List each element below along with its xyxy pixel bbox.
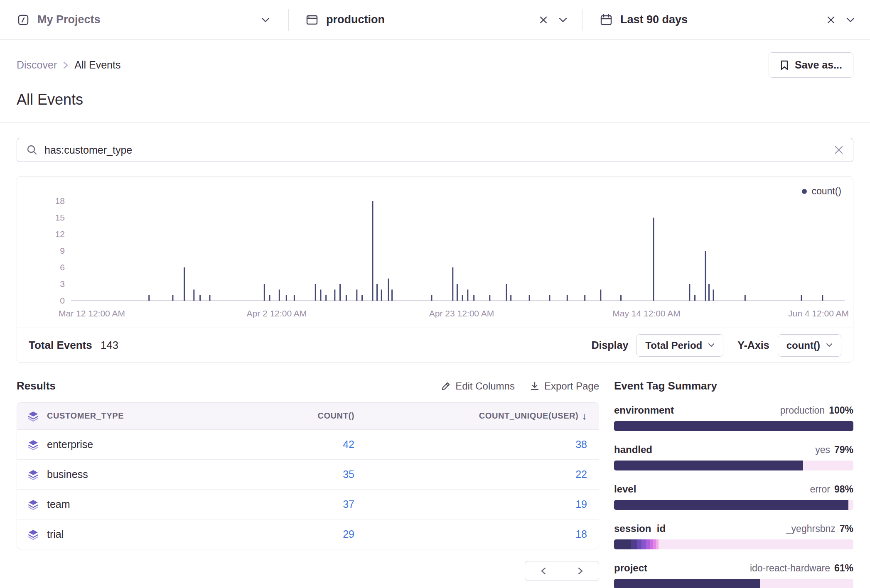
breadcrumb-discover[interactable]: Discover	[17, 59, 57, 71]
save-as-button[interactable]: Save as...	[769, 52, 853, 78]
count-unique-link[interactable]: 38	[575, 439, 587, 450]
customer-type-value: enterprise	[47, 439, 93, 451]
project-selector[interactable]: My Projects	[0, 0, 288, 39]
tag-block-session-id: session_id _yeghrsbnz7%	[614, 522, 853, 549]
display-dropdown[interactable]: Total Period	[637, 334, 723, 357]
svg-text:Mar 12 12:00 AM: Mar 12 12:00 AM	[59, 309, 125, 318]
events-chart-panel: count() 0369121518Mar 12 12:00 AMApr 2 1…	[17, 176, 853, 363]
export-page-button[interactable]: Export Page	[530, 380, 599, 392]
tag-summary-title: Event Tag Summary	[614, 380, 853, 392]
tag-top-pct: 98%	[834, 484, 853, 495]
daterange-selector[interactable]: Last 90 days	[583, 0, 870, 39]
tag-top-value: _yeghrsbnz	[786, 523, 836, 534]
tag-distribution-bar[interactable]	[614, 421, 853, 431]
tag-distribution-bar[interactable]	[614, 500, 853, 510]
table-row[interactable]: business 35 22	[17, 459, 599, 489]
chart-legend[interactable]: count()	[802, 186, 841, 197]
svg-text:May 14 12:00 AM: May 14 12:00 AM	[612, 309, 680, 318]
page-header: Discover All Events Save as... All Event…	[0, 40, 870, 123]
table-row[interactable]: trial 29 18	[17, 519, 599, 549]
svg-text:9: 9	[60, 246, 65, 255]
column-count[interactable]: COUNT()	[241, 411, 366, 421]
pagination-next-button[interactable]	[562, 561, 599, 581]
chevron-down-icon[interactable]	[846, 17, 855, 23]
tag-top-pct: 61%	[834, 563, 853, 573]
results-section: Results Edit Columns Export Page	[17, 380, 599, 581]
tag-name: environment	[614, 404, 674, 416]
bookmark-icon	[780, 60, 789, 71]
tag-name: project	[614, 562, 647, 574]
tag-block-environment: environment production100%	[614, 404, 853, 431]
event-tag-summary: Event Tag Summary environment production…	[614, 380, 853, 588]
calendar-icon	[600, 13, 613, 27]
tag-top-value: yes	[815, 444, 830, 455]
total-events-label: Total Events	[29, 339, 92, 352]
search-bar	[17, 138, 853, 162]
svg-text:Apr 2 12:00 AM: Apr 2 12:00 AM	[247, 309, 307, 318]
tag-name: handled	[614, 444, 652, 456]
chart-footer: Total Events 143 Display Total Period Y-…	[17, 328, 853, 363]
stack-icon	[28, 439, 39, 450]
svg-text:15: 15	[55, 213, 65, 222]
chevron-down-icon[interactable]	[558, 17, 568, 23]
tag-block-level: level error98%	[614, 483, 853, 510]
column-customer-type[interactable]: CUSTOMER_TYPE	[17, 411, 241, 421]
close-icon[interactable]	[827, 16, 835, 24]
column-count-unique-user[interactable]: COUNT_UNIQUE(USER) ↓	[366, 410, 599, 422]
breadcrumb: Discover All Events	[17, 59, 120, 71]
chevron-down-icon[interactable]	[261, 17, 270, 23]
svg-text:12: 12	[55, 229, 65, 239]
pagination	[17, 561, 599, 581]
results-title: Results	[17, 380, 56, 392]
tag-name: level	[614, 483, 636, 495]
svg-text:3: 3	[60, 279, 65, 289]
table-row[interactable]: team 37 19	[17, 489, 599, 519]
tag-top-value: error	[810, 484, 830, 495]
count-link[interactable]: 37	[343, 498, 354, 510]
chevron-right-icon	[63, 61, 69, 69]
count-link[interactable]: 42	[343, 439, 354, 450]
tag-name: session_id	[614, 523, 666, 534]
legend-dot-icon	[802, 189, 807, 194]
project-selector-label: My Projects	[37, 13, 101, 26]
tag-top-pct: 7%	[840, 523, 853, 534]
tag-top-value: production	[780, 405, 825, 416]
tag-top-pct: 79%	[834, 444, 853, 455]
yaxis-dropdown[interactable]: count()	[778, 334, 841, 357]
daterange-selector-label: Last 90 days	[620, 13, 688, 26]
stack-icon	[28, 469, 39, 480]
clear-search-icon[interactable]	[834, 145, 844, 155]
table-header-row: CUSTOMER_TYPE COUNT() COUNT_UNIQUE(USER)…	[17, 403, 599, 429]
customer-type-value: business	[47, 468, 88, 480]
tag-distribution-bar[interactable]	[614, 461, 853, 470]
pagination-prev-button[interactable]	[525, 561, 562, 581]
total-events-value: 143	[101, 339, 118, 352]
edit-columns-button[interactable]: Edit Columns	[441, 380, 515, 392]
svg-text:Apr 23 12:00 AM: Apr 23 12:00 AM	[429, 309, 494, 318]
tag-distribution-bar[interactable]	[614, 539, 853, 549]
count-unique-link[interactable]: 19	[575, 498, 587, 510]
customer-type-value: team	[47, 498, 70, 510]
table-row[interactable]: enterprise 42 38	[17, 429, 599, 459]
svg-text:Jun 4 12:00 AM: Jun 4 12:00 AM	[788, 309, 849, 318]
count-link[interactable]: 29	[343, 528, 354, 540]
svg-text:0: 0	[60, 296, 65, 305]
environment-selector-label: production	[326, 13, 385, 26]
page-title: All Events	[17, 91, 853, 108]
tag-top-value: ido-react-hardware	[750, 563, 830, 573]
environment-selector[interactable]: production	[289, 0, 582, 39]
count-unique-link[interactable]: 18	[575, 528, 587, 540]
sort-desc-icon: ↓	[582, 410, 587, 422]
search-input[interactable]	[44, 144, 827, 156]
events-spike-chart: 0369121518Mar 12 12:00 AMApr 2 12:00 AMA…	[17, 176, 853, 328]
customer-type-value: trial	[47, 528, 64, 540]
legend-label: count()	[811, 186, 841, 197]
tag-block-handled: handled yes79%	[614, 443, 853, 470]
stack-icon	[28, 411, 39, 421]
svg-text:18: 18	[55, 196, 65, 206]
tag-distribution-bar[interactable]	[614, 579, 853, 588]
count-unique-link[interactable]: 22	[575, 468, 587, 480]
count-link[interactable]: 35	[343, 468, 354, 480]
close-icon[interactable]	[539, 16, 548, 24]
svg-text:6: 6	[60, 262, 65, 272]
